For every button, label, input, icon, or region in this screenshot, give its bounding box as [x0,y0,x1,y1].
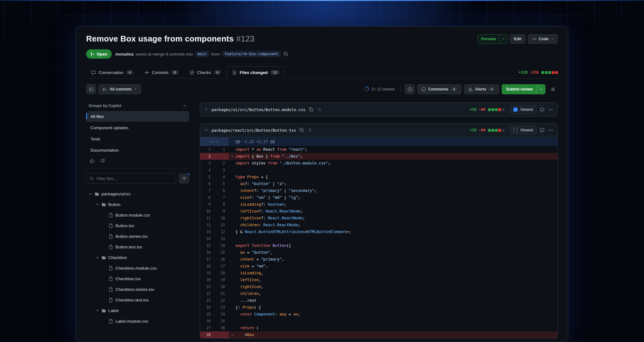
diff-line[interactable]: 2221 children, [200,290,558,297]
tree-folder-checkbox[interactable]: Checkbox [86,252,189,263]
drag-handle[interactable] [307,127,313,133]
diff-line[interactable]: 1918 isLoading, [200,270,558,276]
tab-files-changed[interactable]: Files changed12 [227,66,285,79]
filter-files-field[interactable] [86,173,176,183]
diff-line[interactable]: 32import styles from "./Button.module.cs… [200,160,558,167]
alerts-button[interactable]: Alerts 4 [464,84,499,94]
tree-file-checkbox-test-tsx[interactable]: Checkbox.test.tsx [86,295,189,305]
viewed-checkbox[interactable] [513,107,518,112]
preview-dropdown[interactable] [499,35,507,43]
diff-line[interactable]: 54type Props = { [200,173,558,180]
diff-line[interactable]: 11import * as React from "react"; [200,146,558,153]
diff-line[interactable]: 1615 as = "button", [200,249,558,256]
tree-folder-packages-ui-src[interactable]: packages/ui/src [86,188,189,199]
diff-line[interactable]: 1817 size = "md", [200,263,558,270]
edit-button[interactable]: Edit [510,34,525,44]
thumbs-up-icon[interactable] [90,159,95,163]
pr-tabs: Conversation4Commits8Checks6Files change… [86,66,285,78]
filter-options-button[interactable] [179,173,189,183]
filter-files-input[interactable] [96,176,173,181]
chevron-up-icon[interactable] [183,104,187,108]
expand-file-button[interactable] [204,107,209,112]
copy-path-button[interactable] [308,107,314,112]
diff-line[interactable]: 2423}: Props) { [200,304,558,311]
tree-file-button-tsx[interactable]: Button.tsx [86,220,189,231]
file-options-button[interactable] [548,127,554,133]
diff-line[interactable]: 76 intent?: "primary" | "secondary"; [200,187,558,194]
diff-line[interactable]: 1211 children: React.ReactNode; [200,222,558,228]
tree-file-checkbox-module-css[interactable]: Checkbox.module.css [86,263,189,273]
diff-line[interactable]: 28- <Box [200,331,558,338]
diff-marker: - [229,331,236,338]
diff-line[interactable]: 87 size?: "sm" | "md" | "lg"; [200,194,558,201]
sidebar-group-tests[interactable]: Tests [86,134,189,144]
file-comment-button[interactable] [539,127,545,133]
sidebar-group-documentation[interactable]: Documentation [86,145,189,155]
sidebar-group-all-files[interactable]: All files [86,111,189,122]
diff-line[interactable]: 2-import { Box } from "../Box"; [200,153,558,160]
expand-hunk-button[interactable]: ··· [200,137,229,146]
code-content: const Component: any = as; [236,311,558,318]
submit-review-button[interactable]: Submit review [502,84,545,94]
drag-handle[interactable] [317,107,322,112]
diff-line[interactable]: 2726 return ( [200,325,558,331]
file-comment-button[interactable] [539,107,545,113]
viewed-checkbox[interactable] [513,128,518,132]
diff-line[interactable]: 1716 intent = "primary", [200,256,558,263]
commit-icon [144,70,149,75]
tab-conversation[interactable]: Conversation4 [86,66,138,79]
file-icon [109,287,113,292]
tree-file-button-module-css[interactable]: Button.module.css [86,210,189,220]
old-line-number: 28 [200,331,214,338]
submit-review-dropdown[interactable] [537,85,545,94]
diff-line[interactable]: 2120 rightIcon, [200,283,558,290]
diff-line[interactable]: 98 isLoading?: boolean; [200,201,558,208]
diff-line[interactable]: 1312} & React.ButtonHTMLAttributes<HTMLB… [200,228,558,235]
tree-item-label: Button.test.tsx [115,245,142,249]
old-line-number: 18 [200,263,214,270]
status-label: Open [97,52,108,56]
file-options-button[interactable] [548,107,554,113]
diff-block [495,108,498,111]
tree-file-button-test-tsx[interactable]: Button.test.tsx [86,242,189,252]
diff-line[interactable]: 1110 rightIcon?: React.ReactNode; [200,215,558,222]
tree-folder-label[interactable]: Label [86,305,189,316]
diff-line[interactable]: 2524 const Component: any = as; [200,311,558,318]
info-button[interactable] [405,84,415,94]
old-line-number: 23 [200,297,214,304]
code-label: Code [539,37,549,41]
code-button[interactable]: Code [528,34,558,44]
tree-file-button-stories-tsx[interactable]: Button.stories.tsx [86,231,189,242]
viewed-toggle[interactable]: Viewed [510,126,536,134]
diff-line[interactable]: 65 as?: "button" | "a"; [200,180,558,187]
toggle-sidebar-button[interactable] [86,84,96,94]
tree-file-checkbox-tsx[interactable]: Checkbox.tsx [86,273,189,284]
tab-commits[interactable]: Commits8 [139,66,183,79]
sidebar-group-component-updates[interactable]: Component updates [86,122,189,133]
old-line-number: 7 [200,187,214,194]
diff-line[interactable]: 43 [200,167,558,173]
diff-line[interactable]: 109 leftIcon?: React.ReactNode; [200,208,558,215]
diff-marker [229,228,236,235]
base-branch-label[interactable]: main [195,51,209,57]
tree-file-label-module-css[interactable]: Label.module.css [86,316,189,326]
tab-checks[interactable]: Checks6 [185,66,226,79]
head-branch-label[interactable]: feature/rm-box-component [222,51,281,57]
diff-line[interactable]: 2322 ...rest [200,297,558,304]
diff-line[interactable]: 2019 leftIcon, [200,276,558,283]
copy-path-button[interactable] [299,127,305,133]
diff-line[interactable]: 1514export function Button({ [200,242,558,249]
diff-line[interactable]: 2625 [200,318,558,325]
tree-file-checkbox-stories-tsx[interactable]: Checkbox.stories.tsx [86,284,189,295]
preview-button[interactable]: Preview [477,34,507,44]
collapse-file-button[interactable] [204,128,209,133]
comments-button[interactable]: Comments 4 [417,84,461,94]
diff-line[interactable]: 1413 [200,235,558,242]
all-commits-dropdown[interactable]: All commits [99,84,141,94]
thumbs-down-icon[interactable] [100,159,105,163]
tree-folder-button[interactable]: Button [86,199,189,210]
settings-button[interactable] [548,84,558,94]
author-name[interactable]: monalisa [115,52,134,56]
copy-branch-button[interactable] [283,51,289,57]
viewed-toggle[interactable]: Viewed [510,105,536,114]
